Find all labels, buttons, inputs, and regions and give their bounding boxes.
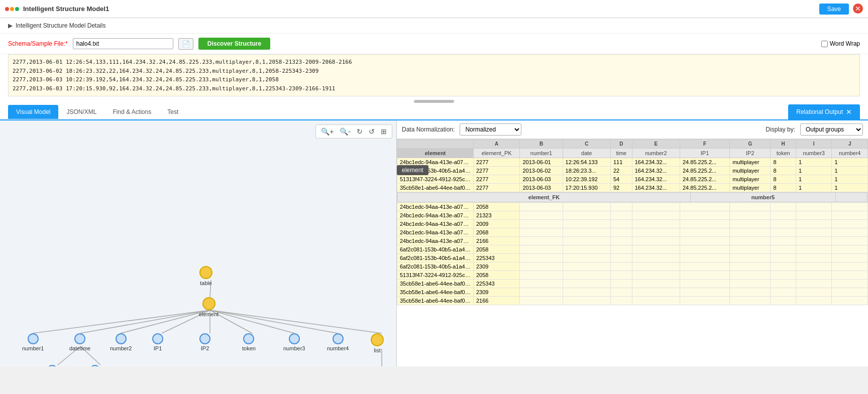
relational-output-button[interactable]: Relational Output ✕: [788, 104, 860, 119]
divider-handle[interactable]: [0, 98, 868, 104]
cell-empty: [832, 228, 868, 237]
node-circle-list[interactable]: [371, 333, 384, 346]
col-header-B: B: [520, 140, 563, 149]
tab-json-xml[interactable]: JSON/XML: [58, 105, 104, 119]
node-circle-date[interactable]: [47, 365, 58, 366]
cell-element-pk-id: 6af2c081-153b-40b5-a1a4-364ea...: [397, 167, 474, 175]
discover-structure-button[interactable]: Discover Structure: [198, 38, 270, 50]
svg-line-8: [210, 310, 338, 333]
cell-empty: [832, 254, 868, 262]
table-row: 24bc1edc-94aa-413e-a077-d4eb6...2166: [397, 237, 868, 245]
node-circle-time[interactable]: [89, 365, 100, 366]
cell-empty: [680, 288, 729, 297]
cell-empty: [520, 203, 563, 211]
node-date[interactable]: date: [47, 365, 58, 366]
cell-empty: [520, 271, 563, 280]
cell-empty: [730, 280, 771, 288]
cell-empty: [520, 280, 563, 288]
divider-bar[interactable]: [414, 100, 454, 103]
table-row: 24bc1edc-94aa-413e-a077-d4eb6...21323: [397, 211, 868, 220]
zoom-out-button[interactable]: 🔍-: [338, 126, 353, 137]
schema-file-button[interactable]: 📄: [178, 38, 193, 50]
cell-empty: [563, 203, 610, 211]
node-number4[interactable]: number4: [327, 333, 349, 351]
cell-value: 8: [771, 158, 796, 167]
cell-empty: [771, 228, 796, 237]
node-circle-number1[interactable]: [28, 333, 39, 344]
node-circle-token[interactable]: [243, 333, 254, 344]
node-circle-number3[interactable]: [289, 333, 300, 344]
cell-value: 164.234.32...: [632, 167, 680, 175]
node-circle-number2[interactable]: [116, 333, 127, 344]
display-by-select[interactable]: Output groups All columns: [800, 123, 863, 136]
visual-panel: 🔍+ 🔍- ↻ ↺ ⊞: [0, 120, 397, 366]
save-button[interactable]: Save: [819, 4, 849, 15]
cell-empty: [610, 280, 632, 288]
node-circle-datetime[interactable]: [74, 333, 85, 344]
cell-value: 22: [610, 167, 632, 175]
table-row: 24bc1edc-94aa-413e-a077-d4eb6...2009: [397, 220, 868, 228]
table-section-header: element_FK number5: [397, 192, 868, 203]
cell-element-fk-id: 35cb58e1-abe6-44ee-baf0-3cff7fe...: [397, 288, 474, 297]
cell-number5-value: 2058: [474, 271, 520, 280]
cell-element-fk-id: 24bc1edc-94aa-413e-a077-d4eb6...: [397, 220, 474, 228]
cell-element-fk-id: 6af2c081-153b-40b5-a1a4-364ea...: [397, 254, 474, 262]
node-circle-element[interactable]: [202, 297, 215, 310]
cell-element-fk-id: 51313f47-3224-4912-925c-728313...: [397, 271, 474, 280]
zoom-in-button[interactable]: 🔍+: [319, 126, 336, 137]
titlebar: Intelligent Structure Model1 Save ✕: [0, 0, 868, 18]
node-table[interactable]: table: [199, 266, 212, 286]
cell-empty: [520, 211, 563, 220]
node-number3[interactable]: number3: [283, 333, 305, 351]
cell-empty: [832, 297, 868, 305]
table-scroll[interactable]: element A B C D E F G H: [397, 139, 868, 366]
relational-close-icon[interactable]: ✕: [846, 108, 852, 116]
node-list[interactable]: list: [371, 333, 384, 353]
tab-test[interactable]: Test: [159, 105, 186, 119]
node-circle-number4[interactable]: [333, 333, 344, 344]
cell-value: 92: [610, 184, 632, 192]
cell-number5-value: 2068: [474, 228, 520, 237]
cell-empty: [832, 262, 868, 271]
node-element[interactable]: element: [199, 297, 219, 317]
cell-empty: [796, 297, 832, 305]
col-name-number3: number3: [796, 149, 832, 158]
normalization-select[interactable]: Normalized Denormalized Raw: [460, 123, 521, 136]
cell-empty: [610, 245, 632, 254]
cell-empty: [563, 211, 610, 220]
col-header-E: E: [632, 140, 680, 149]
cell-number5-value: 2058: [474, 245, 520, 254]
cell-empty: [771, 288, 796, 297]
cell-element-pk-id: 51313f47-3224-4912-925c-728313...: [397, 175, 474, 184]
node-IP2[interactable]: IP2: [199, 333, 210, 351]
cell-empty: [610, 288, 632, 297]
col-name-number4: number4: [832, 149, 868, 158]
cell-empty: [796, 288, 832, 297]
cell-empty: [796, 237, 832, 245]
node-datetime[interactable]: datetime: [69, 333, 90, 351]
cell-number5-value: 2166: [474, 237, 520, 245]
node-circle-table[interactable]: [199, 266, 212, 279]
node-time[interactable]: time: [89, 365, 100, 366]
table-panel: Data Normalization: Normalized Denormali…: [397, 120, 868, 366]
fit-button[interactable]: ⊞: [379, 126, 389, 137]
cell-value: 54: [610, 175, 632, 184]
tab-find-actions[interactable]: Find & Actions: [105, 105, 160, 119]
data-table: A B C D E F G H I J element: [397, 139, 868, 305]
tab-visual-model[interactable]: Visual Model: [8, 105, 58, 119]
node-circle-IP1[interactable]: [152, 333, 163, 344]
rotate-button[interactable]: ↻: [355, 126, 365, 137]
table-row: 6af2c081-153b-40b5-a1a4-364ea...2058: [397, 245, 868, 254]
node-number2[interactable]: number2: [110, 333, 132, 351]
node-circle-IP2[interactable]: [199, 333, 210, 344]
node-IP1[interactable]: IP1: [152, 333, 163, 351]
node-label-number1: number1: [22, 345, 44, 351]
schema-input[interactable]: [73, 38, 173, 49]
cell-value: 164.234.32...: [632, 184, 680, 192]
close-button[interactable]: ✕: [853, 4, 863, 14]
word-wrap-checkbox[interactable]: [821, 41, 828, 47]
undo-button[interactable]: ↺: [367, 126, 377, 137]
node-number1[interactable]: number1: [22, 333, 44, 351]
app-title: Intelligent Structure Model1: [23, 5, 109, 13]
node-token[interactable]: token: [242, 333, 256, 351]
